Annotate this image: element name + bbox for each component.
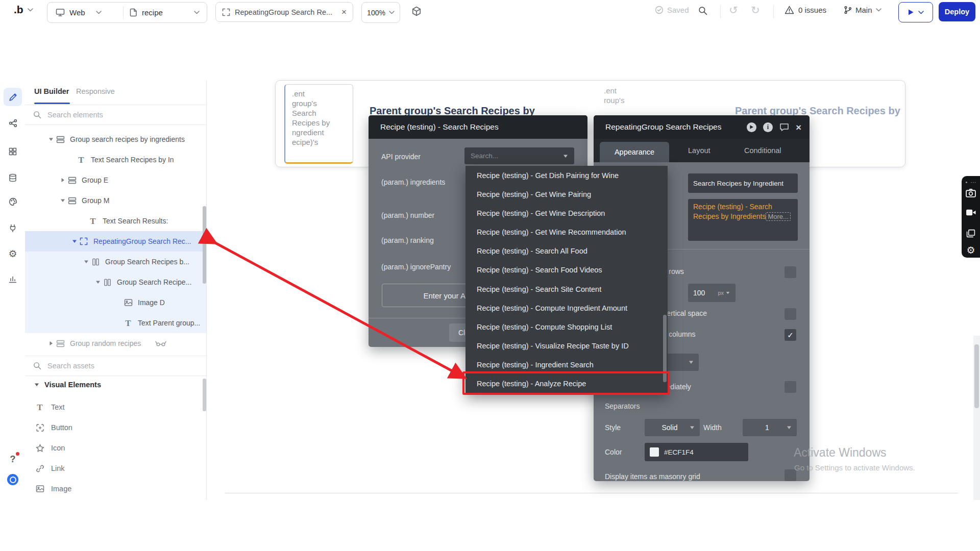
data-source-box[interactable]: Recipe (testing) - Search Recipes by Ing… <box>688 199 798 241</box>
dropdown-option[interactable]: Recipe (testing) - Compute Ingredient Am… <box>465 298 668 317</box>
element-tree: Group search recipes by ingredients T Te… <box>25 129 206 354</box>
asset-item[interactable]: Icon <box>25 438 206 458</box>
search-assets-box[interactable] <box>25 356 206 376</box>
asset-item[interactable]: T Text <box>25 397 206 417</box>
panel-header[interactable]: Recipe (testing) - Search Recipes <box>369 115 587 139</box>
redo-icon[interactable]: ↻ <box>751 5 760 15</box>
undo-icon[interactable]: ↺ <box>729 5 738 15</box>
masonry-label: Display items as masonry grid <box>605 471 700 481</box>
expand-caret-icon[interactable] <box>94 280 102 285</box>
asset-item[interactable]: Link <box>25 458 206 479</box>
canvas-scrollbar-thumb[interactable] <box>974 344 979 408</box>
tab-conditional[interactable]: Conditional <box>744 139 781 162</box>
sidebar-scrollbar-thumb-2[interactable] <box>203 379 206 411</box>
search-assets-input[interactable] <box>46 361 171 370</box>
tree-row[interactable]: Group search recipes by ingredients <box>25 129 206 149</box>
dropdown-option[interactable]: Recipe (testing) - Search Food Videos <box>465 261 668 280</box>
fixed-columns-checkbox[interactable]: ✓ <box>785 329 796 341</box>
workflow-tab-icon[interactable] <box>4 114 22 132</box>
capture-menu[interactable]: •⋯ <box>962 179 980 186</box>
expand-caret-icon[interactable] <box>82 259 90 264</box>
tab-responsive[interactable]: Responsive <box>76 87 115 95</box>
tree-row[interactable]: Image D <box>25 292 206 313</box>
gear-icon[interactable]: ⚙ <box>962 244 980 256</box>
camera-icon[interactable] <box>962 188 980 197</box>
branch-dropdown[interactable]: Main <box>844 6 881 14</box>
tree-row[interactable]: Group random recipes <box>25 333 206 354</box>
deploy-button[interactable]: Deploy <box>939 2 975 21</box>
tree-row[interactable]: T Text Search Results: <box>25 211 206 231</box>
expand-caret-icon[interactable] <box>59 198 67 203</box>
dropdown-option[interactable]: Recipe (testing) - Visualize Recipe Tast… <box>465 337 668 356</box>
row-height-input[interactable]: 100 px <box>688 284 736 302</box>
dropdown-option[interactable]: Recipe (testing) - Search Site Content <box>465 280 668 298</box>
asset-type-icon <box>35 484 45 494</box>
tree-row[interactable]: Group Search Recipes b... <box>25 252 206 272</box>
api-provider-select[interactable]: Search... <box>464 147 574 164</box>
video-camera-icon[interactable] <box>962 209 980 216</box>
stretch-rows-checkbox[interactable] <box>785 308 796 320</box>
device-page-segment: Web recipe <box>47 2 207 23</box>
app-logo-menu[interactable]: .b <box>14 4 33 16</box>
dropdown-option[interactable]: Recipe (testing) - Get Wine Recommendati… <box>465 223 668 242</box>
comment-icon[interactable] <box>779 123 789 132</box>
zoom-level: 100% <box>367 9 385 17</box>
info-icon[interactable]: i <box>763 122 773 132</box>
param-ingredients-label: (param.) ingredients <box>381 177 445 187</box>
tree-row[interactable]: Group M <box>25 190 206 211</box>
component-library-icon[interactable] <box>411 6 422 16</box>
element-tab[interactable]: RepeatingGroup Search Re... × <box>215 2 353 22</box>
pages-icon[interactable] <box>962 229 980 238</box>
asset-item[interactable]: Image <box>25 479 206 499</box>
zoom-dropdown[interactable]: 100% <box>361 2 400 23</box>
asset-item[interactable]: Button <box>25 417 206 438</box>
expand-caret-icon[interactable] <box>47 341 55 346</box>
tab-appearance[interactable]: Appearance <box>600 142 669 162</box>
dropdown-option[interactable]: Recipe (testing) - Get Wine Pairing <box>465 185 668 204</box>
device-dropdown[interactable]: Web <box>47 8 123 17</box>
dropdown-option[interactable]: Recipe (testing) - Search All Food <box>465 242 668 261</box>
expand-caret-icon[interactable] <box>59 178 67 183</box>
separator-style-select[interactable]: Solid <box>645 419 700 436</box>
search-icon[interactable] <box>698 6 707 15</box>
more-button[interactable]: More... <box>766 212 790 221</box>
help-icon[interactable]: ? <box>4 450 22 468</box>
visual-elements-header[interactable]: Visual Elements <box>34 381 101 389</box>
dropdown-option[interactable]: Recipe (testing) - Get Wine Description <box>465 204 668 222</box>
run-icon[interactable] <box>747 122 756 132</box>
expand-caret-icon[interactable] <box>47 137 55 142</box>
logs-tab-icon[interactable] <box>4 270 22 288</box>
styles-tab-icon[interactable] <box>4 192 22 211</box>
type-of-content-input[interactable]: Search Recipes by Ingredient <box>688 173 798 193</box>
page-dropdown[interactable]: recipe <box>124 8 207 17</box>
search-elements-box[interactable] <box>25 105 206 125</box>
plugins-tab-icon[interactable] <box>4 219 22 237</box>
asset-label: Link <box>51 464 65 472</box>
tab-layout[interactable]: Layout <box>688 139 710 162</box>
sidebar-scrollbar-thumb[interactable] <box>203 206 206 284</box>
issues-indicator[interactable]: 0 issues <box>785 6 826 14</box>
tree-row[interactable]: Group E <box>25 170 206 190</box>
dropdown-option[interactable]: Recipe (testing) - Get Dish Pairing for … <box>465 166 668 185</box>
search-elements-input[interactable] <box>46 110 171 119</box>
design-tab-icon[interactable] <box>4 88 22 106</box>
dropdown-option[interactable]: Recipe (testing) - Compute Shopping List <box>465 317 668 336</box>
settings-tab-icon[interactable]: ⚙ <box>4 244 22 263</box>
separator-width-select[interactable]: 1 <box>743 419 797 436</box>
preview-button[interactable] <box>898 2 933 22</box>
show-all-items-checkbox[interactable] <box>785 381 796 393</box>
tree-row[interactable]: T Text Parent group... <box>25 313 206 333</box>
grid-tab-icon[interactable] <box>4 142 22 161</box>
fixed-rows-checkbox[interactable] <box>785 266 796 278</box>
tab-ui-builder[interactable]: UI Builder <box>34 87 69 95</box>
tree-row[interactable]: T Text Search Recipes by In <box>25 149 206 170</box>
tree-row[interactable]: Group Search Recipe... <box>25 272 206 292</box>
close-icon[interactable]: × <box>341 8 347 16</box>
close-icon[interactable]: × <box>796 122 801 132</box>
intercom-icon[interactable] <box>4 470 22 489</box>
separator-color-input[interactable]: #ECF1F4 <box>645 443 748 461</box>
tree-row[interactable]: RepeatingGroup Search Rec... <box>25 231 206 252</box>
color-swatch[interactable] <box>650 447 659 457</box>
data-tab-icon[interactable] <box>4 168 22 187</box>
expand-caret-icon[interactable] <box>70 239 79 244</box>
